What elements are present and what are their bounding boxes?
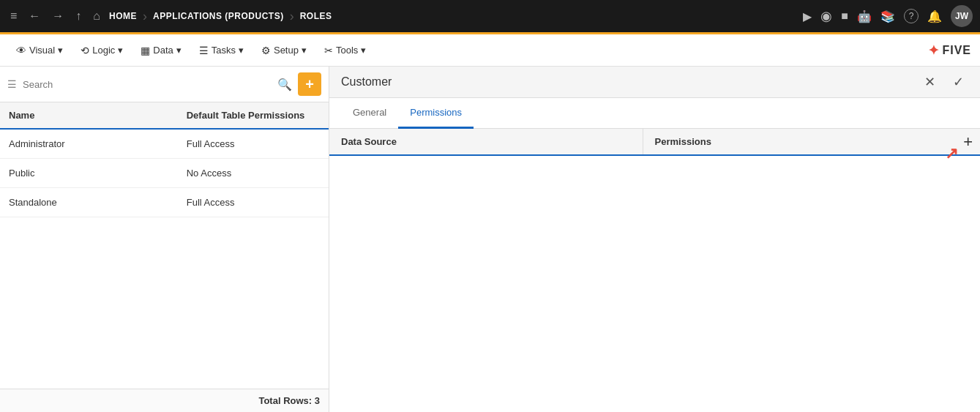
tools-icon: ✂ — [324, 45, 333, 56]
row-permission: Full Access — [178, 188, 329, 217]
search-bar: ☰ 🔍 + — [0, 67, 329, 102]
roles-label: ROLES — [300, 11, 332, 21]
visual-icon: 👁 — [16, 45, 26, 56]
logo-star-icon: ✦ — [928, 42, 939, 59]
chat-icon[interactable]: 🤖 — [857, 10, 872, 23]
logic-label: Logic — [92, 45, 115, 56]
col-header-permissions: Default Table Permissions — [178, 102, 329, 128]
tab-permissions[interactable]: Permissions — [398, 98, 474, 129]
col-header-name: Name — [0, 102, 178, 128]
circle-play-icon[interactable]: ◉ — [820, 8, 832, 24]
data-arrow: ▾ — [176, 45, 182, 56]
table-row[interactable]: Public No Access — [0, 159, 329, 188]
right-panel: Customer ✕ ✓ General Permissions Data So… — [329, 67, 980, 412]
permissions-add-button[interactable]: + — [956, 131, 980, 153]
nav-actions: ▶ ◉ ■ 🤖 📚 ? 🔔 JW — [803, 5, 973, 27]
breadcrumb-sep-2: › — [290, 9, 294, 24]
help-icon[interactable]: ? — [904, 9, 919, 23]
back-icon[interactable]: ← — [26, 7, 43, 26]
menu-icon[interactable]: ≡ — [7, 7, 20, 26]
home-label: HOME — [109, 11, 137, 21]
forward-icon[interactable]: → — [49, 7, 67, 26]
visual-label: Visual — [29, 45, 55, 56]
tools-label: Tools — [336, 45, 358, 56]
tab-general[interactable]: General — [341, 98, 398, 129]
tasks-arrow: ▾ — [239, 45, 244, 56]
visual-arrow: ▾ — [58, 45, 63, 56]
setup-arrow: ▾ — [302, 45, 307, 56]
toolbar-item-tools[interactable]: ✂ Tools ▾ — [317, 40, 373, 61]
search-input[interactable] — [23, 79, 272, 90]
data-icon: ▦ — [141, 45, 150, 56]
data-label: Data — [153, 45, 173, 56]
permissions-body — [329, 156, 980, 412]
confirm-button[interactable]: ✓ — [949, 72, 968, 91]
toolbar-item-data[interactable]: ▦ Data ▾ — [133, 40, 188, 61]
tools-arrow: ▾ — [361, 45, 366, 56]
toolbar-item-logic[interactable]: ⟲ Logic ▾ — [73, 40, 130, 61]
toolbar-item-visual[interactable]: 👁 Visual ▾ — [9, 40, 70, 61]
books-icon[interactable]: 📚 — [880, 10, 895, 23]
search-icon[interactable]: 🔍 — [277, 78, 292, 91]
breadcrumb-sep-1: › — [143, 9, 147, 24]
filter-icon: ☰ — [7, 78, 17, 90]
logo-text: FIVE — [942, 44, 971, 57]
row-name: Standalone — [0, 188, 178, 217]
permissions-area: Data Source Permissions + ↗ — [329, 129, 980, 412]
bell-icon[interactable]: 🔔 — [927, 10, 942, 23]
header-actions: ✕ ✓ — [920, 72, 968, 91]
second-toolbar: 👁 Visual ▾ ⟲ Logic ▾ ▦ Data ▾ ☰ Tasks ▾ … — [0, 34, 980, 67]
close-button[interactable]: ✕ — [920, 72, 940, 91]
add-button[interactable]: + — [298, 72, 321, 96]
stop-icon[interactable]: ■ — [841, 10, 848, 23]
right-panel-header: Customer ✕ ✓ — [329, 67, 980, 98]
up-icon[interactable]: ↑ — [72, 7, 84, 26]
col-header-permissions: Permissions — [643, 129, 957, 154]
data-table: Name Default Table Permissions Administr… — [0, 102, 329, 389]
row-name: Public — [0, 159, 178, 187]
table-row[interactable]: Administrator Full Access — [0, 130, 329, 159]
five-logo: ✦ FIVE — [928, 42, 971, 59]
left-panel: ☰ 🔍 + Name Default Table Permissions Adm… — [0, 67, 329, 412]
permissions-header-row: Data Source Permissions + ↗ — [329, 129, 980, 156]
play-icon[interactable]: ▶ — [803, 10, 812, 23]
panel-title: Customer — [341, 75, 920, 89]
main-content: ☰ 🔍 + Name Default Table Permissions Adm… — [0, 67, 980, 412]
setup-label: Setup — [274, 45, 299, 56]
tasks-label: Tasks — [212, 45, 236, 56]
top-navigation: ≡ ← → ↑ ⌂ HOME › APPLICATIONS (PRODUCTS)… — [0, 0, 980, 32]
toolbar-item-tasks[interactable]: ☰ Tasks ▾ — [192, 40, 251, 61]
toolbar-item-setup[interactable]: ⚙ Setup ▾ — [254, 40, 314, 61]
row-permission: No Access — [178, 159, 329, 187]
home-icon[interactable]: ⌂ — [90, 7, 103, 26]
table-footer: Total Rows: 3 — [0, 389, 329, 412]
row-permission: Full Access — [178, 130, 329, 158]
user-avatar[interactable]: JW — [951, 5, 973, 27]
col-header-datasource: Data Source — [329, 129, 643, 154]
logic-arrow: ▾ — [118, 45, 123, 56]
row-name: Administrator — [0, 130, 178, 158]
tasks-icon: ☰ — [199, 45, 209, 56]
table-header: Name Default Table Permissions — [0, 102, 329, 130]
setup-icon: ⚙ — [261, 45, 271, 56]
logic-icon: ⟲ — [81, 45, 89, 56]
applications-label[interactable]: APPLICATIONS (PRODUCTS) — [153, 11, 284, 21]
table-row[interactable]: Standalone Full Access — [0, 188, 329, 217]
tabs-bar: General Permissions — [329, 98, 980, 129]
